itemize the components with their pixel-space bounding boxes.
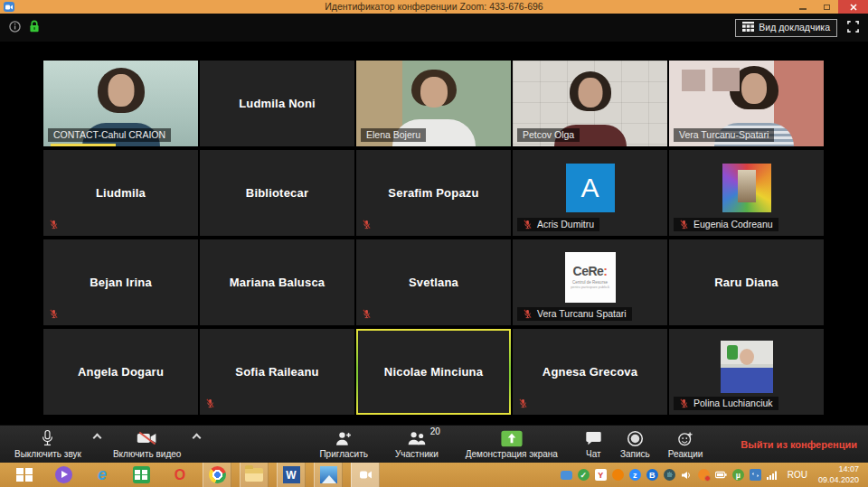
participant-name: Sofia Raileanu: [200, 329, 354, 415]
encryption-lock-icon: [29, 20, 40, 36]
participant-name: Polina Luchianciuk: [693, 398, 773, 408]
restore-button[interactable]: [815, 0, 838, 14]
toolbar-record-button[interactable]: Запись: [613, 426, 657, 463]
participant-tile[interactable]: Sofia Raileanu: [200, 329, 354, 415]
meeting-topbar: Вид докладчика: [0, 14, 868, 42]
photos-icon: [320, 466, 337, 483]
taskbar-app-photos[interactable]: [314, 463, 343, 487]
participant-label: Vera Turcanu Spatari: [517, 307, 632, 321]
participant-tile[interactable]: Bibliotecar: [200, 150, 354, 236]
volume-icon[interactable]: [681, 469, 693, 481]
participant-tile[interactable]: CeRe:Centrul de Resursepentru participar…: [513, 239, 667, 325]
participant-tile[interactable]: Liudmila: [43, 150, 198, 236]
chevron-up-icon: [193, 434, 202, 443]
skype-icon[interactable]: [664, 469, 675, 481]
odnoklassniki-icon[interactable]: [612, 469, 624, 481]
participant-tile[interactable]: Svetlana: [356, 239, 511, 325]
taskbar-app-zoom-app[interactable]: [351, 463, 380, 487]
system-tray: ✓YzBµ ROU 14:07 09.04.2020: [561, 464, 868, 485]
participant-tile[interactable]: Petcov Olga: [513, 61, 667, 146]
participant-tile[interactable]: Raru Diana: [669, 239, 824, 325]
taskbar-app-alisa[interactable]: [49, 463, 78, 487]
cere-logo-subtitle2: pentru participare publică: [571, 286, 609, 289]
fullscreen-icon[interactable]: [847, 20, 859, 36]
toolbar-invite-button[interactable]: Пригласить: [312, 426, 375, 463]
signal-icon[interactable]: [767, 469, 778, 481]
toolbar-video-chevron[interactable]: [188, 426, 205, 463]
toolbar-chat-button[interactable]: Чат: [578, 426, 609, 463]
participant-tile[interactable]: Serafim Popazu: [356, 150, 511, 236]
participant-tile[interactable]: Angela Dogaru: [43, 329, 198, 415]
taskbar-app-word[interactable]: W: [277, 463, 306, 487]
taskbar-app-store[interactable]: [127, 463, 156, 487]
zoom-meeting-window: Идентификатор конференции Zoom: 433-676-…: [0, 0, 868, 487]
share-screen-icon: [500, 429, 524, 447]
participant-tile[interactable]: CONTACT-Cahul CRAION: [43, 61, 198, 146]
gallery-view-icon: [742, 22, 754, 33]
participant-name: Nicolae Minciuna: [358, 331, 509, 413]
speaker-view-button[interactable]: Вид докладчика: [735, 19, 837, 37]
opera-icon: O: [175, 467, 185, 483]
leave-meeting-button[interactable]: Выйти из конференции: [741, 439, 857, 450]
participant-name: Eugenia Codreanu: [693, 219, 773, 229]
view-button-label: Вид докладчика: [759, 22, 830, 33]
cloud-icon[interactable]: [698, 469, 710, 481]
participant-tile[interactable]: Ludmila Noni: [200, 61, 354, 146]
view-controls-group: Вид докладчика: [735, 19, 859, 37]
reactions-icon: [676, 429, 694, 447]
language-indicator[interactable]: ROU: [788, 470, 807, 480]
participant-name: CONTACT-Cahul CRAION: [53, 129, 165, 140]
participant-tile[interactable]: Eugenia Codreanu: [669, 150, 824, 236]
chrome-icon: [209, 466, 226, 483]
participant-tile[interactable]: Nicolae Minciuna: [356, 329, 511, 415]
muted-mic-icon: [523, 220, 533, 229]
invite-icon: [335, 429, 353, 447]
minimize-button[interactable]: [791, 0, 815, 14]
participant-tile[interactable]: AAcris Dumitru: [513, 150, 667, 236]
remote-icon[interactable]: [561, 471, 572, 480]
yandex-icon[interactable]: Y: [595, 469, 607, 481]
participant-tile[interactable]: Mariana Balusca: [200, 239, 354, 325]
taskbar-app-start[interactable]: [10, 463, 39, 487]
participant-tile[interactable]: Bejan Irina: [43, 239, 198, 325]
participant-label: Polina Luchianciuk: [674, 397, 778, 410]
network-app-icon[interactable]: [750, 469, 761, 481]
participant-tile[interactable]: Vera Turcanu-Spatari: [669, 61, 824, 146]
window-title: Идентификатор конференции Zoom: 433-676-…: [0, 0, 868, 14]
participant-tile[interactable]: Elena Bojeru: [356, 61, 511, 146]
muted-mic-icon: [362, 309, 372, 319]
taskbar-app-opera[interactable]: O: [165, 463, 194, 487]
window-titlebar: Идентификатор конференции Zoom: 433-676-…: [0, 0, 868, 14]
toolbar-mute-chevron[interactable]: [89, 426, 106, 463]
update-check-icon[interactable]: ✓: [578, 469, 590, 481]
zoom-app-icon: [360, 471, 372, 479]
toolbar-share-button[interactable]: Демонстрация экрана: [458, 426, 565, 463]
taskbar-clock[interactable]: 14:07 09.04.2020: [818, 464, 859, 485]
close-button[interactable]: [838, 0, 868, 14]
bluetooth-icon[interactable]: B: [646, 469, 658, 481]
toolbar-video-button[interactable]: Включить видео: [106, 426, 189, 463]
taskbar-app-explorer[interactable]: [240, 463, 269, 487]
taskbar-app-ie[interactable]: e: [88, 463, 117, 487]
participant-avatar: [721, 341, 773, 393]
toolbar-label: Пригласить: [319, 449, 368, 459]
camera-off-icon: [137, 429, 157, 447]
taskbar-app-chrome[interactable]: [203, 463, 231, 487]
cere-logo-colon: :: [603, 264, 607, 278]
battery-icon[interactable]: [715, 469, 727, 481]
ie-icon: e: [98, 465, 107, 484]
participant-name: Ludmila Noni: [200, 61, 354, 146]
utorrent-icon[interactable]: µ: [732, 469, 744, 481]
cere-logo: CeRe:: [573, 265, 608, 277]
zoom-tray-icon[interactable]: z: [629, 469, 641, 481]
participant-tile[interactable]: Agnesa Grecova: [513, 329, 667, 415]
participant-name: Acris Dumitru: [537, 219, 594, 229]
info-icon[interactable]: [9, 20, 21, 36]
toolbar-reactions-button[interactable]: Реакции: [661, 426, 711, 463]
toolbar-mute-button[interactable]: Выключить звук: [7, 426, 89, 463]
toolbar-participants-button[interactable]: 20Участники: [388, 426, 446, 463]
participant-tile[interactable]: Polina Luchianciuk: [669, 329, 824, 415]
participant-label: Elena Bojeru: [361, 128, 426, 142]
toolbar-label: Демонстрация экрана: [466, 449, 558, 459]
participant-avatar: A: [566, 164, 615, 212]
